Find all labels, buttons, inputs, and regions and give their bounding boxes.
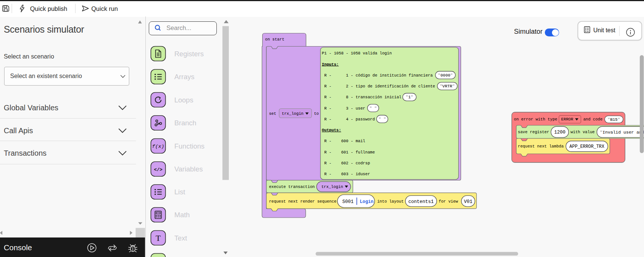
svg-text:"VRTR": "VRTR": [440, 84, 455, 89]
svg-text:for view: for view: [439, 199, 458, 204]
svg-text:Variables: Variables: [174, 165, 203, 173]
svg-text:R - 602 - codrsp: R - 602 - codrsp: [322, 161, 370, 165]
svg-text:on error with type: on error with type: [514, 117, 557, 122]
svg-text:"0000": "0000": [438, 73, 453, 78]
svg-text:Branch: Branch: [174, 119, 197, 127]
svg-text:ERROR: ERROR: [561, 117, 574, 122]
svg-text:Loops: Loops: [174, 96, 193, 104]
svg-text:" ": " ": [369, 106, 377, 111]
svg-text:S001: S001: [342, 199, 354, 204]
svg-text:R - 8 - transacción inici: R - 8 - transacción inicial: [322, 95, 402, 99]
svg-text:R - 3 - user: R - 3 - user: [322, 106, 365, 111]
svg-text:</>: </>: [154, 167, 163, 173]
svg-text:"1": "1": [406, 95, 413, 99]
svg-text:"Invalid user and m: "Invalid user and m: [600, 130, 644, 135]
svg-text:save register: save register: [518, 130, 549, 134]
svg-text:trx_login: trx_login: [321, 185, 343, 189]
svg-text:f(x): f(x): [152, 144, 164, 149]
svg-text:execute transaction: execute transaction: [269, 185, 315, 189]
svg-text:P1 - 1058 - 1058 valida login: P1 - 1058 - 1058 valida login: [322, 51, 392, 56]
svg-text:Login: Login: [360, 199, 374, 204]
svg-text:Outputs:: Outputs:: [322, 128, 341, 132]
svg-text:R - 600 - mail: R - 600 - mail: [322, 139, 365, 143]
svg-text:R - 601 - fullname: R - 601 - fullname: [322, 150, 375, 155]
svg-text:set: set: [269, 111, 276, 116]
svg-text:trx_login: trx_login: [282, 111, 304, 116]
svg-text:with value: with value: [571, 130, 595, 134]
svg-text:Text: Text: [174, 234, 187, 242]
svg-text:to: to: [314, 111, 319, 116]
svg-text:V01: V01: [464, 199, 473, 204]
svg-text:R - 1 - código de institu: R - 1 - código de institución financiera: [322, 73, 433, 78]
svg-text:Registers: Registers: [174, 50, 204, 58]
svg-text:on start: on start: [265, 37, 284, 42]
svg-text:Arrays: Arrays: [174, 73, 194, 81]
svg-text:R - 603 - iduser: R - 603 - iduser: [322, 172, 370, 176]
svg-text:Functions: Functions: [174, 142, 204, 150]
svg-text:request next render sequence: request next render sequence: [269, 199, 337, 204]
svg-text:R - 2 - tipo de identific: R - 2 - tipo de identificación de client…: [322, 84, 435, 89]
svg-text:Inputs:: Inputs:: [322, 62, 339, 67]
svg-text:contents1: contents1: [408, 199, 434, 204]
svg-text:into layout: into layout: [377, 199, 404, 204]
svg-text:List: List: [174, 188, 185, 196]
svg-text:" ": " ": [378, 117, 386, 122]
svg-text:R - 4 - password: R - 4 - password: [322, 117, 375, 122]
svg-text:Math: Math: [174, 211, 190, 219]
svg-text:and code: and code: [583, 117, 602, 122]
svg-text:"B15": "B15": [608, 117, 620, 122]
svg-text:T: T: [156, 233, 161, 243]
svg-text:1200: 1200: [554, 130, 565, 135]
svg-text:request next lambda: request next lambda: [518, 144, 564, 149]
svg-text:APP_ERROR_TRX: APP_ERROR_TRX: [570, 144, 605, 149]
